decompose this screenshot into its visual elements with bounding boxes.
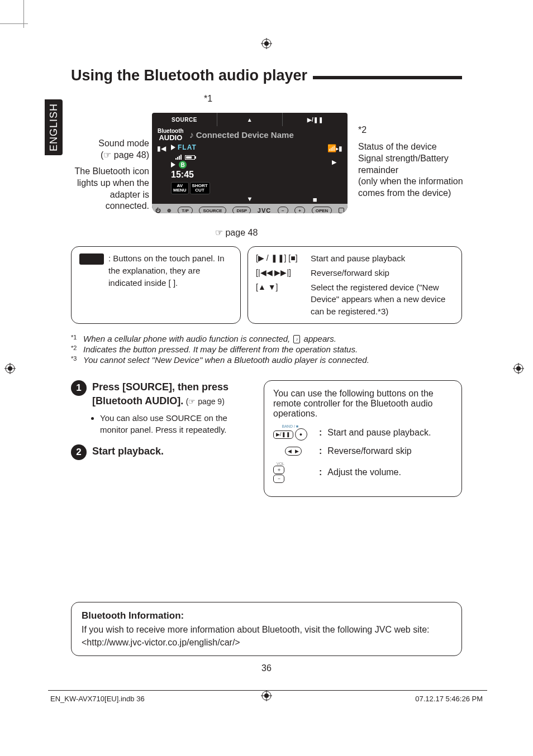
footer-timestamp: 07.12.17 5:46:26 PM: [415, 695, 483, 703]
step-1-page-ref: (☞ page 9): [186, 397, 225, 406]
annotation-status: Status of the device Signal strength/Bat…: [358, 141, 470, 199]
minus-button: −: [278, 207, 288, 213]
icon: ⊕: [167, 208, 172, 213]
step-number-2: 2: [71, 444, 87, 460]
step-1-bullet: You can also use SOURCE on the monitor p…: [100, 412, 250, 436]
footnote-text: appears.: [304, 334, 336, 343]
touch-panel-note-box: : Buttons on the touch panel. In the exp…: [71, 246, 241, 324]
footnotes: *1 When a cellular phone with audio func…: [71, 334, 462, 365]
phone-icon: ♪: [293, 335, 300, 343]
av-menu-button: AV MENU: [171, 182, 189, 194]
icon: [339, 208, 344, 213]
footer-filename: EN_KW-AVX710[EU].indb 36: [50, 695, 145, 703]
top-source-button: SOURCE: [152, 113, 217, 126]
source-button: SOURCE: [199, 207, 226, 213]
remote-skip-icon: ◀▶: [285, 447, 302, 456]
power-icon: ⏻: [155, 208, 160, 213]
clock-time: 15:45: [171, 170, 329, 180]
remote-play-pause-icon: ▶/❚❚: [273, 430, 293, 439]
connected-device-name: Connected Device Name: [196, 130, 294, 140]
crop-mark: [0, 23, 28, 24]
bt-info-body: If you wish to receive more information …: [82, 625, 430, 647]
signal-indicator-icon: 📶: [327, 144, 336, 152]
vol-label: VOL: [273, 462, 284, 466]
label: CUT: [195, 188, 204, 193]
step-number-1: 1: [71, 380, 87, 396]
device-diagram: *1 *2 Sound mode (☞ page 48) The Bluetoo…: [71, 93, 462, 238]
label: MENU: [173, 188, 187, 193]
short-cut-button: SHORT CUT: [190, 182, 210, 194]
plus-button: +: [294, 207, 305, 213]
label: Sound mode: [98, 138, 149, 148]
language-tab: ENGLISH: [45, 99, 63, 155]
battery-icon: [185, 155, 195, 160]
footnote-num: *1: [71, 334, 79, 344]
left-nav-button: ▮◀: [155, 142, 168, 195]
annotation-sound-mode: Sound mode (☞ page 48): [71, 138, 149, 161]
footnote-text: You cannot select "New Device" when a Bl…: [83, 355, 369, 365]
footnote-text: When a cellular phone with audio functio…: [83, 334, 290, 343]
bluetooth-icon: B: [179, 161, 187, 169]
remote-desc-2: Reverse/forward skip: [327, 446, 411, 456]
playback-symbols-box: [▶ / ❚❚] [■] Start and pause playback [|…: [248, 246, 462, 324]
bluetooth-info-box: Bluetooth Information: If you wish to re…: [71, 602, 462, 656]
label: AUDIO: [158, 134, 184, 141]
button-swatch-icon: [79, 253, 104, 265]
svg-point-7: [8, 366, 12, 371]
remote-desc-1: Start and pause playback.: [327, 428, 431, 438]
music-note-icon: ♪: [189, 130, 194, 140]
indicator-triangle-icon: [171, 145, 175, 150]
footnote-marker-1: *1: [204, 93, 212, 105]
bluetooth-audio-label: Bluetooth AUDIO: [158, 128, 187, 141]
page-number: 36: [0, 663, 533, 673]
title-rule: [313, 76, 462, 79]
desc-select-device: Select the registered device ("New Devic…: [311, 281, 454, 318]
device-bottom-bar: ⏻ ⊕ T/P SOURCE DISP JVC − + OPEN: [152, 204, 348, 213]
detail: Signal strength/Battery remainder (only …: [358, 154, 463, 198]
page-ref: (☞ page 48): [101, 150, 149, 160]
step-2-heading: Start playback.: [92, 446, 164, 457]
bottom-down-button: ▼: [217, 195, 283, 204]
remote-box: You can use the following buttons on the…: [264, 380, 462, 497]
bottom-stop-button: ■: [282, 195, 348, 204]
registration-mark-icon: [513, 363, 524, 374]
jvc-logo: JVC: [258, 207, 271, 213]
footnote-num: *3: [71, 355, 79, 365]
registration-mark-icon: [261, 38, 272, 49]
play-status-icon: ▶: [332, 159, 336, 166]
top-play-pause-button: ▶/❚❚: [283, 113, 348, 126]
remote-intro: You can use the following buttons on the…: [273, 389, 453, 419]
tp-button: T/P: [178, 207, 192, 213]
footnote-marker-2: *2: [358, 125, 367, 136]
label: Status of the device: [358, 142, 437, 151]
remote-vol-down-icon: －: [273, 475, 284, 483]
sound-mode-value: FLAT: [178, 143, 197, 151]
desc-play-pause: Start and pause playback: [311, 252, 454, 265]
signal-strength-icon: [175, 155, 182, 160]
svg-point-11: [516, 366, 521, 371]
remote-vol-up-icon: ＋: [273, 466, 284, 474]
open-button: OPEN: [312, 207, 332, 213]
footnote-num: *2: [71, 344, 79, 354]
symbol-skip: [|◀◀ ▶▶|]: [256, 267, 306, 278]
disp-button: DISP: [232, 207, 251, 213]
svg-point-3: [264, 41, 269, 46]
band-label: BAND / ■: [273, 424, 307, 428]
desc-skip: Reverse/forward skip: [311, 267, 454, 279]
symbol-up-down: [▲ ▼]: [256, 281, 306, 293]
page-ref: ☞ page 48: [215, 228, 258, 237]
indicator-triangle-icon: [171, 162, 175, 168]
remote-round-button-icon: ●: [295, 428, 307, 441]
annotation-bluetooth-icon: The Bluetooth icon lights up when the ad…: [71, 166, 149, 212]
svg-point-15: [264, 693, 269, 698]
note-text: Buttons on the touch panel. In the expla…: [108, 253, 225, 288]
device-screen: SOURCE ▲ ▶/❚❚ Bluetooth AUDIO ♪ Connecte…: [152, 113, 348, 213]
footer-rule: [48, 690, 487, 691]
footnote-text: Indicates the button pressed. It may be …: [83, 344, 358, 354]
registration-mark-icon: [4, 363, 16, 374]
bt-info-heading: Bluetooth Information:: [82, 610, 184, 621]
page-title: Using the Bluetooth audio player: [71, 67, 313, 84]
registration-mark-icon: [261, 690, 272, 701]
top-up-button: ▲: [217, 113, 283, 126]
remote-desc-3: Adjust the volume.: [327, 467, 401, 477]
